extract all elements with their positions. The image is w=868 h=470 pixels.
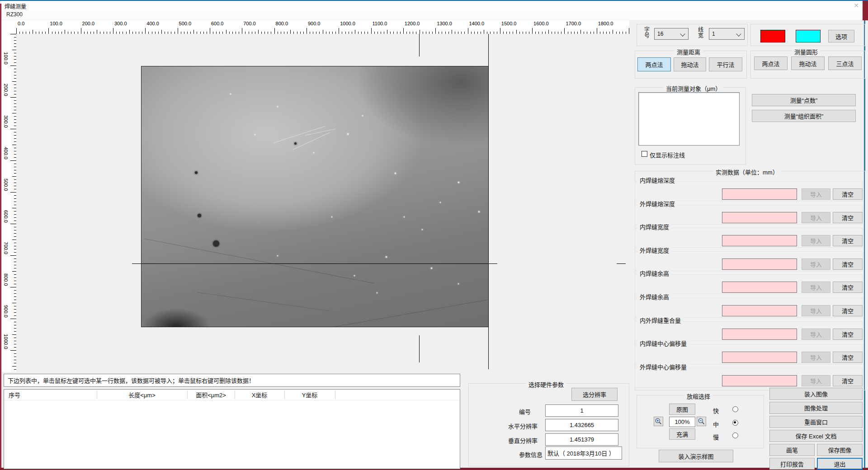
ruler-label: 100.0 xyxy=(3,45,10,65)
measure-points-button[interactable]: 测量“点数” xyxy=(752,94,856,106)
measure-distance-title: 测量距离 xyxy=(675,47,703,56)
image-scratch xyxy=(274,126,326,143)
line-width-select[interactable]: 1 xyxy=(709,28,745,40)
measure-vertical-marker-bottom[interactable] xyxy=(419,335,420,362)
font-size-select[interactable]: 16 xyxy=(654,28,689,40)
save-excel-button[interactable]: 保存 Excel 文档 xyxy=(769,430,863,442)
circle-drag-button[interactable]: 拖动法 xyxy=(791,56,825,70)
clear-button[interactable]: 清空 xyxy=(833,282,863,293)
clear-button[interactable]: 清空 xyxy=(833,212,863,223)
image-speck xyxy=(458,182,459,183)
ruler-label-text: 400.0 xyxy=(3,147,9,160)
ruler-tick xyxy=(420,30,420,34)
hw-hres-field[interactable]: 1.432665 xyxy=(545,419,618,431)
measure-value-input[interactable] xyxy=(722,235,797,246)
current-object-listbox[interactable] xyxy=(638,92,740,146)
redraw-window-button[interactable]: 重画窗口 xyxy=(769,416,863,428)
measure-value-input[interactable] xyxy=(722,329,797,340)
magnifier-minus-icon[interactable] xyxy=(697,417,706,426)
secondary-color-swatch[interactable] xyxy=(796,30,821,42)
hw-id-field[interactable]: 1 xyxy=(545,404,618,417)
table-header-3[interactable]: X坐标 xyxy=(235,390,284,400)
ruler-tick xyxy=(97,30,97,34)
ruler-tick xyxy=(12,113,16,113)
ruler-tick xyxy=(403,28,404,34)
clear-button[interactable]: 清空 xyxy=(833,305,863,316)
zoom-original-button[interactable]: 原图 xyxy=(669,404,695,415)
measure-row-label: 外焊缝宽度 xyxy=(637,246,671,254)
measure-value-input[interactable] xyxy=(722,258,797,270)
ruler-tick xyxy=(10,224,16,224)
clear-button[interactable]: 清空 xyxy=(833,329,863,340)
image-process-button[interactable]: 图像处理 xyxy=(769,402,863,414)
speed-fast-radio[interactable] xyxy=(732,406,738,412)
load-demo-image-button[interactable]: 装入演示样图 xyxy=(659,450,733,462)
measure-value-input[interactable] xyxy=(722,375,797,386)
ruler-label: 1400.0 xyxy=(469,21,485,26)
load-image-button[interactable]: 装入图像 xyxy=(769,388,863,400)
menu-item-rz300[interactable]: RZ300 xyxy=(6,11,23,18)
measure-vertical-line[interactable] xyxy=(488,34,489,369)
zoom-percent-field[interactable]: 100% xyxy=(669,417,695,427)
measure-row-label: 内焊缝宽度 xyxy=(637,222,671,231)
measure-value-input[interactable] xyxy=(722,282,797,293)
hw-info-field[interactable]: 默认（ 2018年3月10日 ） xyxy=(545,446,622,460)
ruler-tick xyxy=(12,271,16,272)
ruler-label: 300.0 xyxy=(3,108,10,128)
ruler-tick xyxy=(193,30,194,34)
measure-value-input[interactable] xyxy=(722,305,797,316)
speed-slow-radio[interactable] xyxy=(732,432,738,438)
measure-value-input[interactable] xyxy=(722,188,797,200)
ruler-tick xyxy=(500,28,500,34)
ruler-label: 600.0 xyxy=(3,203,10,223)
zoom-select-title: 放缩选择 xyxy=(684,392,712,400)
horizontal-ruler: 0.0100.0200.0300.0400.0500.0600.0700.080… xyxy=(16,20,629,34)
image-speck xyxy=(313,152,314,153)
weld-specimen-image[interactable] xyxy=(141,66,489,327)
magnifier-plus-icon[interactable] xyxy=(654,417,663,426)
ruler-tick xyxy=(129,30,130,34)
image-speck xyxy=(354,275,355,276)
hw-info-label: 参数信息 xyxy=(519,450,542,459)
exit-button[interactable]: 退出 xyxy=(817,458,863,470)
clear-button[interactable]: 清空 xyxy=(833,235,863,246)
title-bar xyxy=(1,1,863,10)
hw-vres-field[interactable]: 1.451379 xyxy=(545,433,618,446)
ruler-label: 300.0 xyxy=(114,21,127,26)
close-icon[interactable]: ✕ xyxy=(852,2,861,9)
table-header-4[interactable]: Y坐标 xyxy=(284,390,335,400)
table-header-2[interactable]: 面积<μm2> xyxy=(187,390,235,400)
results-table[interactable]: 序号长度<μm>面积<μm2>X坐标Y坐标 xyxy=(4,389,460,469)
clear-button[interactable]: 清空 xyxy=(833,375,863,386)
zoom-fill-button[interactable]: 充满 xyxy=(669,428,695,440)
distance-two-point-button[interactable]: 两点法 xyxy=(637,57,671,71)
save-image-button[interactable]: 保存图像 xyxy=(817,444,863,456)
table-header-1[interactable]: 长度<μm> xyxy=(97,390,187,400)
weld-seam-line xyxy=(196,292,330,311)
primary-color-swatch[interactable] xyxy=(760,30,785,42)
distance-drag-button[interactable]: 拖动法 xyxy=(674,57,706,71)
measure-value-input[interactable] xyxy=(722,352,797,363)
distance-parallel-button[interactable]: 平行法 xyxy=(709,57,742,71)
select-resolution-button[interactable]: 选分辨率 xyxy=(571,388,618,401)
clear-button[interactable]: 清空 xyxy=(833,258,863,270)
ruler-tick xyxy=(10,97,16,98)
speed-medium-radio[interactable] xyxy=(732,420,738,426)
measure-vertical-marker-top[interactable] xyxy=(419,34,420,56)
table-header-0[interactable]: 序号 xyxy=(4,390,101,400)
measure-value-input[interactable] xyxy=(722,212,797,223)
ruler-label: 1000.0 xyxy=(3,329,10,349)
paintbrush-button[interactable]: 画笔 xyxy=(769,444,815,456)
options-button[interactable]: 选项 xyxy=(828,30,854,42)
measure-tissue-area-button[interactable]: 测量“组织面积” xyxy=(752,110,856,122)
circle-two-point-button[interactable]: 两点法 xyxy=(754,56,788,70)
print-report-button[interactable]: 打印报告 xyxy=(769,458,815,470)
circle-three-point-button[interactable]: 三点法 xyxy=(828,56,862,70)
measure-horizontal-line[interactable] xyxy=(132,263,497,264)
measure-horizontal-marker-right[interactable] xyxy=(617,263,626,264)
show-annotation-only-checkbox[interactable] xyxy=(642,151,647,157)
ruler-tick xyxy=(210,28,210,34)
table-header-divider xyxy=(4,400,460,400)
clear-button[interactable]: 清空 xyxy=(833,352,863,363)
clear-button[interactable]: 清空 xyxy=(833,188,863,200)
